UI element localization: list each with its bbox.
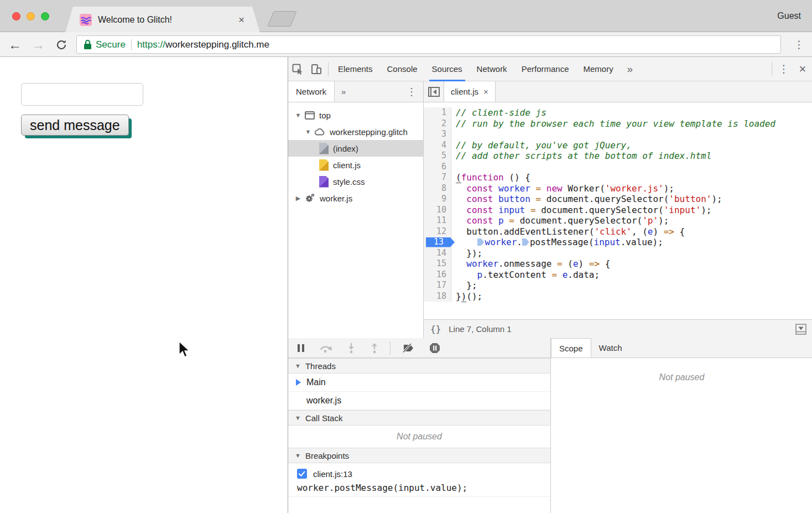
line-code[interactable]: button.addEventListener('click', (e) => … xyxy=(451,226,685,237)
code-editor[interactable]: 1// client-side js2// run by the browser… xyxy=(424,102,812,319)
thread-worker-js[interactable]: worker.js xyxy=(288,392,550,410)
line-number[interactable]: 3 xyxy=(424,129,451,140)
line-code[interactable]: // client-side js xyxy=(451,107,546,118)
line-code[interactable]: (function () { xyxy=(451,172,530,183)
tab-performance[interactable]: Performance xyxy=(514,57,576,81)
pause-on-exceptions-button[interactable] xyxy=(429,343,440,354)
tab-memory[interactable]: Memory xyxy=(576,57,621,81)
editor-tab-close-icon[interactable]: × xyxy=(483,87,488,96)
step-out-button[interactable] xyxy=(370,343,379,354)
navigator-tab-network[interactable]: Network xyxy=(288,81,335,102)
more-panels-chevron-icon[interactable]: » xyxy=(621,57,639,81)
tab-sources[interactable]: Sources xyxy=(425,57,470,81)
line-code[interactable]: p.textContent = e.data; xyxy=(451,270,600,281)
back-button[interactable]: ← xyxy=(6,32,24,57)
editor-tab-client-js[interactable]: client.js × xyxy=(444,81,496,102)
breakpoint-checkbox[interactable] xyxy=(297,469,307,479)
devtools-close-icon[interactable]: × xyxy=(793,57,812,81)
line-number[interactable]: 12 xyxy=(424,226,451,237)
line-code[interactable]: // by default, you've got jQuery, xyxy=(451,140,632,151)
line-code[interactable]: const button = document.querySelector('b… xyxy=(451,194,722,205)
tree-item-top[interactable]: ▼ top xyxy=(288,107,423,123)
message-input[interactable] xyxy=(21,83,143,106)
tree-item-client-js[interactable]: client.js xyxy=(288,157,423,173)
reload-button[interactable] xyxy=(52,32,71,57)
address-bar[interactable]: Secure https://workerstepping.glitch.me xyxy=(76,35,781,54)
expand-arrow-icon[interactable]: ▼ xyxy=(294,112,303,118)
line-code[interactable]: // add other scripts at the bottom of in… xyxy=(451,151,711,162)
threads-section-header[interactable]: ▼ Threads xyxy=(288,358,550,374)
code-token: , ( xyxy=(632,226,648,237)
line-code[interactable]: const worker = new Worker('worker.js'); xyxy=(451,183,674,194)
line-code[interactable]: }); xyxy=(451,248,482,259)
line-code[interactable]: const input = document.querySelector('in… xyxy=(451,205,711,216)
navigator-kebab-icon[interactable]: ⋮ xyxy=(400,86,423,98)
thread-main[interactable]: Main xyxy=(288,374,550,392)
line-code[interactable] xyxy=(451,162,456,173)
expand-arrow-icon[interactable]: ▼ xyxy=(304,128,313,135)
collapse-navigator-button[interactable] xyxy=(424,81,444,102)
line-code[interactable]: worker.onmessage = (e) => { xyxy=(451,258,610,270)
new-tab-button[interactable] xyxy=(267,11,296,27)
inspect-element-button[interactable] xyxy=(288,57,307,81)
show-drawer-button[interactable] xyxy=(795,323,807,335)
line-number[interactable]: 1 xyxy=(424,107,451,118)
line-code[interactable]: // run by the browser each time your vie… xyxy=(451,118,775,129)
breakpoint-code-snippet[interactable]: worker.postMessage(input.value); xyxy=(297,483,550,493)
window-zoom-button[interactable] xyxy=(41,12,49,20)
step-into-button[interactable] xyxy=(347,343,356,354)
call-stack-section-header[interactable]: ▼ Call Stack xyxy=(288,410,550,426)
line-code[interactable]: worker.postMessage(input.value); xyxy=(451,237,663,248)
url-text[interactable]: https://workerstepping.glitch.me xyxy=(137,39,269,50)
device-toolbar-button[interactable] xyxy=(307,57,326,81)
tab-close-icon[interactable]: × xyxy=(237,14,246,26)
line-number[interactable]: 14 xyxy=(424,248,451,259)
send-message-button[interactable]: send message xyxy=(21,115,129,136)
breakpoint-entry[interactable]: client.js:13 worker.postMessage(input.va… xyxy=(288,463,550,497)
breakpoints-section-header[interactable]: ▼ Breakpoints xyxy=(288,448,550,463)
window-close-button[interactable] xyxy=(12,12,20,20)
tab-scope[interactable]: Scope xyxy=(551,338,591,357)
tab-elements[interactable]: Elements xyxy=(331,57,380,81)
window-minimize-button[interactable] xyxy=(27,12,35,20)
browser-tab[interactable]: Welcome to Glitch! × xyxy=(65,7,260,33)
line-code[interactable]: const p = document.querySelector('p'); xyxy=(451,215,669,226)
forward-button[interactable]: → xyxy=(29,32,48,57)
line-number[interactable]: 7 xyxy=(424,172,451,183)
line-code[interactable]: }; xyxy=(451,280,477,291)
line-number[interactable]: 8 xyxy=(424,183,451,194)
devtools-menu-kebab-icon[interactable]: ⋮ xyxy=(774,57,793,81)
tree-item-worker-js[interactable]: ▶ worker.js xyxy=(288,190,423,206)
line-number[interactable]: 5 xyxy=(424,151,451,162)
line-number[interactable]: 4 xyxy=(424,140,451,151)
line-number[interactable]: 6 xyxy=(424,162,451,173)
step-over-button[interactable] xyxy=(319,343,332,353)
tab-console[interactable]: Console xyxy=(380,57,425,81)
inline-breakpoint-marker-icon[interactable] xyxy=(522,239,529,246)
line-code[interactable]: })(); xyxy=(451,291,482,302)
guest-profile-label[interactable]: Guest xyxy=(777,0,801,32)
line-number[interactable]: 18 xyxy=(424,291,451,302)
line-number[interactable]: 10 xyxy=(424,205,451,216)
tab-watch[interactable]: Watch xyxy=(591,338,630,357)
pretty-print-icon[interactable]: {} xyxy=(424,324,449,334)
navigator-more-tabs-chevron-icon[interactable]: » xyxy=(335,87,352,96)
breakpoint-line-number[interactable]: 13 xyxy=(424,237,451,248)
pause-script-button[interactable] xyxy=(297,344,305,353)
browser-menu-kebab-icon[interactable]: ⋮ xyxy=(794,32,804,57)
tree-item-origin[interactable]: ▼ workerstepping.glitch xyxy=(288,123,423,140)
line-number[interactable]: 9 xyxy=(424,194,451,205)
tab-network[interactable]: Network xyxy=(470,57,514,81)
line-number[interactable]: 2 xyxy=(424,118,451,129)
tree-item-style-css[interactable]: style.css xyxy=(288,173,423,190)
line-code[interactable] xyxy=(451,129,456,140)
tree-item-index[interactable]: (index) xyxy=(288,140,423,157)
inline-breakpoint-marker-icon[interactable] xyxy=(477,239,485,246)
deactivate-breakpoints-button[interactable] xyxy=(402,343,415,353)
line-number[interactable]: 17 xyxy=(424,280,451,291)
line-number[interactable]: 15 xyxy=(424,258,451,270)
line-number[interactable]: 16 xyxy=(424,270,451,281)
line-number[interactable]: 11 xyxy=(424,215,451,226)
breakpoint-marker[interactable]: 13 xyxy=(426,237,455,247)
collapse-arrow-icon[interactable]: ▶ xyxy=(294,195,303,202)
